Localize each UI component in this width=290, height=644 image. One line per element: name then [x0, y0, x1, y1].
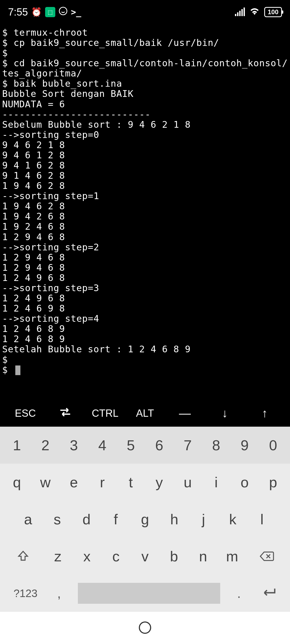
tab-key[interactable]	[45, 407, 85, 420]
key-o[interactable]: o	[230, 464, 259, 501]
esc-key[interactable]: ESC	[5, 408, 45, 419]
key-x[interactable]: x	[73, 548, 102, 565]
key-z[interactable]: z	[43, 548, 72, 565]
key-l[interactable]: l	[247, 501, 277, 538]
keyboard-row-asdf: asdfghjkl	[0, 501, 290, 538]
comma-key[interactable]: ,	[48, 586, 70, 601]
soft-keyboard: 1234567890 qwertyuiop asdfghjkl zxcvbnm …	[0, 427, 290, 612]
keyboard-row-numbers: 1234567890	[0, 427, 290, 464]
key-3[interactable]: 3	[60, 427, 88, 464]
whatsapp-icon	[59, 6, 68, 18]
key-0[interactable]: 0	[259, 427, 287, 464]
keyboard-row-bottom: ?123 , .	[0, 575, 290, 612]
key-j[interactable]: j	[189, 501, 218, 538]
key-a[interactable]: a	[13, 501, 43, 538]
key-v[interactable]: v	[130, 548, 160, 565]
key-u[interactable]: u	[173, 464, 202, 501]
period-key[interactable]: .	[228, 586, 250, 601]
key-f[interactable]: f	[101, 501, 130, 538]
key-4[interactable]: 4	[88, 427, 117, 464]
key-g[interactable]: g	[130, 501, 160, 538]
down-arrow-key[interactable]: ↓	[205, 407, 245, 420]
space-key[interactable]	[78, 583, 220, 604]
ctrl-key[interactable]: CTRL	[85, 408, 125, 419]
key-5[interactable]: 5	[117, 427, 145, 464]
keyboard-row-qwerty: qwertyuiop	[0, 464, 290, 501]
status-bar: 7:55 ⏰ ⬚ >_ 100	[0, 0, 290, 24]
svg-point-0	[59, 7, 67, 15]
backspace-key[interactable]	[247, 538, 287, 575]
navigation-bar	[0, 612, 290, 644]
key-y[interactable]: y	[145, 464, 173, 501]
app-icon: ⬚	[45, 7, 55, 17]
key-p[interactable]: p	[259, 464, 287, 501]
key-w[interactable]: w	[31, 464, 60, 501]
key-q[interactable]: q	[3, 464, 31, 501]
key-6[interactable]: 6	[145, 427, 173, 464]
signal-icon	[235, 8, 245, 16]
key-n[interactable]: n	[189, 548, 218, 565]
key-2[interactable]: 2	[31, 427, 60, 464]
key-9[interactable]: 9	[230, 427, 259, 464]
key-t[interactable]: t	[117, 464, 145, 501]
shift-key[interactable]	[3, 538, 43, 575]
key-k[interactable]: k	[218, 501, 247, 538]
key-b[interactable]: b	[160, 548, 189, 565]
key-d[interactable]: d	[72, 501, 101, 538]
key-r[interactable]: r	[88, 464, 117, 501]
enter-key[interactable]	[255, 587, 282, 599]
key-m[interactable]: m	[218, 548, 247, 565]
status-time: 7:55	[8, 6, 28, 18]
key-h[interactable]: h	[160, 501, 189, 538]
battery-icon: 100	[264, 7, 282, 17]
terminal-icon: >_	[71, 7, 81, 17]
key-i[interactable]: i	[202, 464, 230, 501]
key-8[interactable]: 8	[202, 427, 230, 464]
key-e[interactable]: e	[60, 464, 88, 501]
keyboard-row-zxcv: zxcvbnm	[0, 538, 290, 575]
key-c[interactable]: c	[102, 548, 130, 565]
cursor	[15, 365, 20, 375]
alt-key[interactable]: ALT	[125, 408, 165, 419]
wifi-icon	[250, 7, 259, 17]
dash-key[interactable]: —	[165, 407, 205, 420]
extra-keys-row: ESC CTRL ALT — ↓ ↑	[0, 400, 290, 427]
up-arrow-key[interactable]: ↑	[245, 407, 285, 420]
home-button[interactable]	[139, 621, 151, 635]
key-1[interactable]: 1	[3, 427, 31, 464]
key-7[interactable]: 7	[173, 427, 202, 464]
key-s[interactable]: s	[43, 501, 72, 538]
terminal-output[interactable]: $ termux-chroot $ cp baik9_source_small/…	[0, 24, 290, 375]
symbols-key[interactable]: ?123	[8, 587, 43, 599]
alarm-icon: ⏰	[31, 7, 42, 17]
